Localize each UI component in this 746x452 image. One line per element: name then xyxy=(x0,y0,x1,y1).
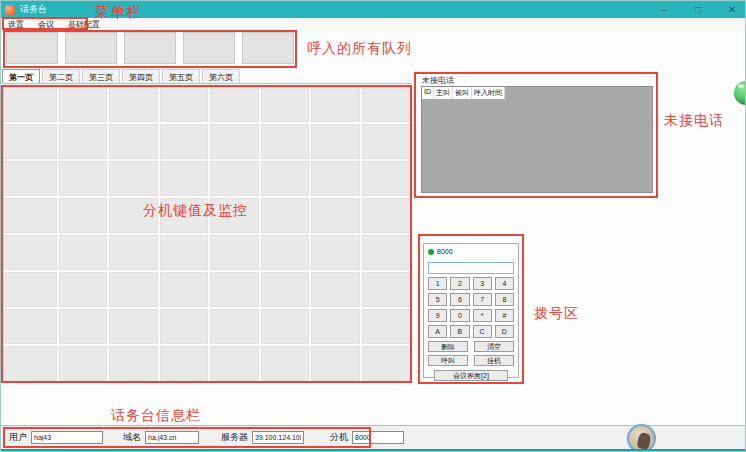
dial-key[interactable]: # xyxy=(495,309,514,322)
menu-item[interactable]: 会议 xyxy=(31,19,61,30)
dial-key[interactable]: 9 xyxy=(428,309,447,322)
extension-cell[interactable] xyxy=(109,346,157,381)
extension-cell[interactable] xyxy=(311,235,359,270)
dial-key[interactable]: D xyxy=(495,325,514,338)
queue-slot[interactable] xyxy=(183,32,235,64)
extension-cell[interactable] xyxy=(59,87,107,122)
extension-cell[interactable] xyxy=(261,124,309,159)
dial-key[interactable]: 1 xyxy=(428,277,447,290)
extension-cell[interactable] xyxy=(109,87,157,122)
dial-key[interactable]: C xyxy=(473,325,492,338)
dial-number-input[interactable] xyxy=(428,262,514,274)
app-taskbar-icon[interactable] xyxy=(627,424,656,452)
server-field[interactable] xyxy=(252,431,304,444)
dial-key[interactable]: 6 xyxy=(450,293,469,306)
extension-cell[interactable] xyxy=(3,87,57,122)
extension-cell[interactable] xyxy=(210,124,258,159)
queue-slot[interactable] xyxy=(6,32,58,64)
dial-key[interactable]: 0 xyxy=(450,309,469,322)
extension-cell[interactable] xyxy=(362,87,410,122)
extension-field[interactable] xyxy=(352,431,404,444)
extension-cell[interactable] xyxy=(3,309,57,344)
user-field[interactable] xyxy=(31,431,103,444)
extension-cell[interactable] xyxy=(362,124,410,159)
page-tab[interactable]: 第四页 xyxy=(122,69,160,83)
dial-key[interactable]: 3 xyxy=(473,277,492,290)
missed-calls-table[interactable]: ID主叫被叫呼入时间 xyxy=(421,86,653,193)
dial-key[interactable]: * xyxy=(473,309,492,322)
extension-cell[interactable] xyxy=(311,198,359,233)
extension-cell[interactable] xyxy=(261,198,309,233)
menu-item[interactable]: 基础配置 xyxy=(61,19,107,30)
extension-cell[interactable] xyxy=(3,235,57,270)
extension-cell[interactable] xyxy=(261,161,309,196)
extension-cell[interactable] xyxy=(311,272,359,307)
extension-cell[interactable] xyxy=(160,161,208,196)
extension-cell[interactable] xyxy=(160,272,208,307)
minimize-button[interactable]: – xyxy=(655,1,673,18)
page-tab[interactable]: 第一页 xyxy=(2,69,40,83)
extension-cell[interactable] xyxy=(210,309,258,344)
queue-slot[interactable] xyxy=(242,32,294,64)
extension-cell[interactable] xyxy=(109,272,157,307)
delete-button[interactable]: 删除 xyxy=(428,341,468,352)
extension-cell[interactable] xyxy=(59,235,107,270)
queue-slot[interactable] xyxy=(65,32,117,64)
extension-cell[interactable] xyxy=(3,161,57,196)
extension-cell[interactable] xyxy=(362,161,410,196)
call-button[interactable]: 呼叫 xyxy=(428,355,468,366)
extension-cell[interactable] xyxy=(109,235,157,270)
extension-cell[interactable] xyxy=(109,161,157,196)
extension-cell[interactable] xyxy=(160,235,208,270)
extension-cell[interactable] xyxy=(362,309,410,344)
page-tab[interactable]: 第二页 xyxy=(42,69,80,83)
queue-slot[interactable] xyxy=(124,32,176,64)
domain-field[interactable] xyxy=(145,431,199,444)
dial-key[interactable]: 7 xyxy=(473,293,492,306)
extension-cell[interactable] xyxy=(210,87,258,122)
extension-cell[interactable] xyxy=(210,235,258,270)
extension-cell[interactable] xyxy=(160,124,208,159)
extension-cell[interactable] xyxy=(311,309,359,344)
extension-cell[interactable] xyxy=(59,309,107,344)
extension-cell[interactable] xyxy=(311,87,359,122)
extension-cell[interactable] xyxy=(160,309,208,344)
extension-cell[interactable] xyxy=(59,124,107,159)
extension-cell[interactable] xyxy=(261,346,309,381)
extension-cell[interactable] xyxy=(311,124,359,159)
extension-cell[interactable] xyxy=(362,235,410,270)
extension-cell[interactable] xyxy=(59,346,107,381)
extension-cell[interactable] xyxy=(109,198,157,233)
clear-button[interactable]: 清空 xyxy=(474,341,514,352)
extension-cell[interactable] xyxy=(3,346,57,381)
conference-view-button[interactable]: 会议界面[2] xyxy=(434,370,508,381)
hangup-button[interactable]: 挂机 xyxy=(474,355,514,366)
extension-cell[interactable] xyxy=(210,272,258,307)
extension-cell[interactable] xyxy=(261,272,309,307)
extension-cell[interactable] xyxy=(210,198,258,233)
extension-cell[interactable] xyxy=(261,87,309,122)
extension-cell[interactable] xyxy=(261,309,309,344)
extension-cell[interactable] xyxy=(210,346,258,381)
dial-key[interactable]: A xyxy=(428,325,447,338)
extension-cell[interactable] xyxy=(160,346,208,381)
extension-cell[interactable] xyxy=(3,198,57,233)
page-tab[interactable]: 第六页 xyxy=(202,69,240,83)
extension-cell[interactable] xyxy=(109,309,157,344)
extension-cell[interactable] xyxy=(109,124,157,159)
extension-cell[interactable] xyxy=(160,198,208,233)
dial-key[interactable]: 2 xyxy=(450,277,469,290)
menu-item[interactable]: 设置 xyxy=(1,19,31,30)
dial-key[interactable]: 5 xyxy=(428,293,447,306)
page-tab[interactable]: 第五页 xyxy=(162,69,200,83)
maximize-button[interactable]: □ xyxy=(689,1,707,18)
floating-assistant-ball[interactable] xyxy=(734,81,746,105)
extension-cell[interactable] xyxy=(160,87,208,122)
extension-cell[interactable] xyxy=(59,272,107,307)
dial-key[interactable]: B xyxy=(450,325,469,338)
extension-cell[interactable] xyxy=(59,161,107,196)
extension-cell[interactable] xyxy=(59,198,107,233)
extension-cell[interactable] xyxy=(362,346,410,381)
extension-cell[interactable] xyxy=(311,161,359,196)
extension-cell[interactable] xyxy=(311,346,359,381)
